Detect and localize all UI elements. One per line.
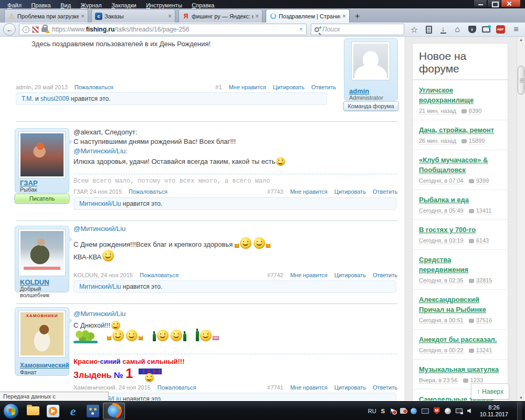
reply-link[interactable]: Ответить [373,384,397,391]
mcafee-tray-icon[interactable]: M [434,407,440,414]
usb-tray-icon[interactable] [400,408,406,414]
quote-link[interactable]: Цитировать [334,272,366,278]
scroll-down-icon[interactable]: ▼ [517,396,525,400]
mention-link[interactable]: @Митинский/Liu [74,310,125,318]
avatar[interactable] [19,132,65,178]
tab-problem-loading[interactable]: ⚠ Проблема при загрузке стр × [4,9,88,23]
report-link[interactable]: Пожаловаться [75,84,113,90]
quote-link[interactable]: Цитировать [334,188,366,195]
tab-congratulations-active[interactable]: Поздравляем | Страница 256 × [266,9,350,23]
sidebar-topic[interactable]: Александровский Причал на Рыбинке Сегодн… [413,289,508,329]
liker-link[interactable]: Митинский/Liu [79,200,121,207]
adblock-icon[interactable]: ABP [495,24,506,35]
likes-row: Митинский/Liu нравится это. [74,197,396,210]
blue-app-tray-icon[interactable] [411,408,417,414]
sidebar-topic[interactable]: В гостях у 700-го Сегодня, в 03:196143 [413,219,508,249]
taskbar-notes-icon[interactable] [83,403,103,419]
start-button[interactable] [3,403,19,419]
search-input[interactable] [322,26,391,33]
display-tray-icon[interactable] [422,408,429,414]
blocked-content-icon[interactable] [32,26,39,33]
team-badge: Команда форума [343,101,398,111]
minimize-button[interactable] [474,0,487,7]
like-link[interactable]: Мне нравится [290,272,328,278]
skype-tray-icon[interactable]: S [381,408,385,414]
sphere-tray-icon[interactable] [445,408,451,414]
url-bar[interactable]: i https://www.fishing.ru/talks/threads/1… [19,24,307,35]
bookmarks-menu-icon[interactable] [423,24,435,35]
sidebar-topic[interactable]: «Клуб мучачасов» & Пообщаловск Сегодня, … [413,150,508,190]
tab-yandex-search[interactable]: Я фишинг ру — Яндекс: наш × [178,9,262,23]
tab-close-icon[interactable]: × [81,13,85,19]
scrollbar-thumb[interactable] [518,66,524,94]
like-link[interactable]: Мне нравится [229,84,266,90]
close-button[interactable] [501,0,521,7]
author-name-link[interactable]: admin [349,87,369,95]
report-link[interactable]: Пожаловаться [129,188,167,195]
page-content: Здесь поздравляем пользователей в их Ден… [0,37,525,401]
scroll-up-icon[interactable]: ▲ [517,38,525,41]
sidebar-topic[interactable]: Дача, стройка, ремонт 26 мин. назад15899 [413,120,508,150]
search-icon[interactable] [314,27,319,32]
avatar[interactable] [352,42,390,80]
home-icon[interactable]: ⌂ [452,24,463,35]
sidebar-topic[interactable]: Рыбалка и еда Сегодня, в 05:4913411 [413,190,508,219]
report-link[interactable]: Пожаловаться [158,384,196,391]
screenshot-addon-icon[interactable] [480,24,492,35]
sidebar-topic[interactable]: Угличское водохранилище 21 мин. назад839… [413,80,508,120]
avatar[interactable]: ХАМОВНИКИ [19,311,65,357]
comments-icon [461,109,467,113]
maximize-button[interactable] [487,0,501,7]
insecure-lock-icon[interactable] [41,27,48,32]
hamburger-menu-icon[interactable]: ≡ [510,24,522,35]
reply-link[interactable]: Ответить [373,272,397,278]
report-link[interactable]: Пожаловаться [140,272,178,278]
url-text[interactable]: https://www.fishing.ru/talks/threads/16/… [52,26,297,33]
avatar[interactable] [19,229,65,276]
author-name-link[interactable]: Хамовнический [20,362,69,369]
pocket-icon[interactable]: ∨ [466,24,478,35]
taskbar-clock[interactable]: 8:26 10.11.2017 [476,404,512,418]
taskbar-ie-icon[interactable]: e [63,403,83,419]
volume-tray-icon[interactable] [467,408,471,413]
show-desktop-button[interactable] [517,402,522,420]
like-link[interactable]: Мне нравится [290,384,328,391]
tab-close-icon[interactable]: × [255,13,259,19]
search-box[interactable] [311,24,404,35]
downloads-icon[interactable]: ↓ [437,24,449,35]
bookmark-star-icon[interactable]: ☆ [408,24,420,35]
action-center-icon[interactable]: ⚑ [390,407,395,415]
author-name-link[interactable]: KOLDUN [20,278,49,286]
post-signature: Красно-синий самый сильный!!! [74,358,185,365]
clear-url-icon[interactable]: × [299,26,303,33]
mention-link[interactable]: @Митинский/Liu [74,225,125,233]
mention-link[interactable]: @Митинский/Liu: [74,147,128,155]
comments-icon [469,239,474,243]
sidebar-topic[interactable]: Средства передвижения Сегодня, в 02:3532… [413,249,508,289]
tab-orders[interactable]: c Заказы × [91,9,175,23]
post-line: Илюха здоровья, удачи! Оставайся всегда … [74,157,286,166]
quote-link[interactable]: Цитировать [334,384,366,391]
page-info-icon[interactable]: i [23,26,29,33]
post-number: #7741 [267,384,284,391]
taskbar-mediaplayer-icon[interactable] [43,403,63,419]
back-button[interactable]: ← [3,23,16,36]
back-to-top-button[interactable]: ↑ Наверх [471,383,509,400]
tab-close-icon[interactable]: × [168,13,172,19]
network-tray-icon[interactable] [456,408,463,413]
liker-link[interactable]: shusi2009 [40,95,69,102]
like-link[interactable]: Мне нравится [290,188,328,195]
reply-link[interactable]: Ответить [311,84,336,90]
taskbar-firefox-active[interactable] [103,403,125,419]
tab-close-icon[interactable]: × [342,13,346,19]
page-scrollbar[interactable]: ▲ ▼ [517,37,525,401]
reply-link[interactable]: Ответить [373,188,397,195]
liker-link[interactable]: Митинский/Liu [79,283,121,290]
taskbar-explorer-icon[interactable] [23,403,43,419]
quote-link[interactable]: Цитировать [273,84,304,90]
liker-link[interactable]: Т.М. [22,95,34,102]
new-tab-button[interactable]: + [355,12,360,20]
language-indicator[interactable]: RU [368,408,376,414]
sidebar-topic[interactable]: Анекдот бы рассказал. Сегодня, в 00:2213… [413,329,508,359]
author-name-link[interactable]: ГЗАР [20,179,38,187]
